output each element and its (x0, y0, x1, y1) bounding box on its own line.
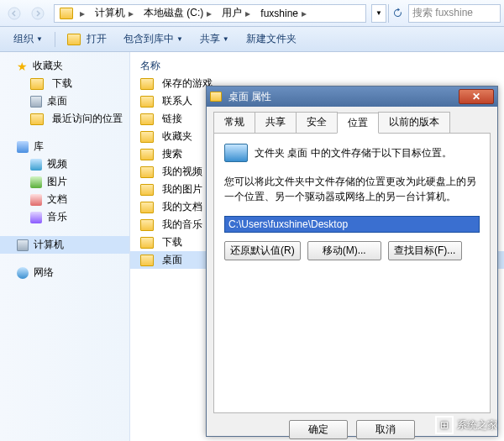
column-header-name[interactable]: 名称 (130, 57, 504, 75)
computer-icon (17, 239, 29, 251)
history-dropdown[interactable]: ▼ (371, 4, 386, 23)
dialog-tabs: 常规共享安全位置以前的版本 (207, 107, 497, 133)
folder-icon (140, 78, 154, 90)
folder-icon (140, 131, 154, 143)
refresh-button[interactable] (388, 4, 407, 23)
watermark: ⊞ 系统之家 (435, 416, 497, 434)
sidebar-favorites[interactable]: ★收藏夹 (0, 57, 129, 75)
breadcrumb[interactable]: ▸ 计算机▸ 本地磁盘 (C:)▸ 用户▸ fuxshine▸ (54, 4, 366, 23)
folder-icon (140, 166, 154, 178)
folder-icon (140, 202, 154, 213)
info-text-1: 文件夹 桌面 中的文件存储于以下目标位置。 (255, 146, 480, 160)
toolbar: 组织▼ 打开 包含到库中▼ 共享▼ 新建文件夹 (0, 27, 504, 52)
sidebar-item-downloads[interactable]: 下载 (0, 75, 129, 92)
sidebar-item-desktop[interactable]: 桌面 (0, 92, 129, 110)
folder-icon (140, 113, 154, 125)
svg-point-1 (32, 8, 44, 19)
tab-1[interactable]: 共享 (255, 112, 297, 133)
svg-point-0 (8, 8, 20, 19)
tab-location-panel: 文件夹 桌面 中的文件存储于以下目标位置。 您可以将此文件夹中文件存储的位置更改… (213, 133, 491, 413)
library-icon (17, 141, 29, 153)
move-button[interactable]: 移动(M)... (307, 241, 381, 260)
video-icon (30, 159, 42, 171)
include-library-button[interactable]: 包含到库中▼ (117, 29, 190, 49)
tab-3[interactable]: 位置 (337, 113, 379, 134)
dialog-title: 桌面 属性 (228, 90, 459, 104)
ok-button[interactable]: 确定 (289, 420, 348, 439)
sidebar: ★收藏夹 下载 桌面 最近访问的位置 库 视频 图片 文档 音乐 计算机 网络 (0, 52, 130, 441)
search-placeholder: 搜索 fuxshine (412, 6, 473, 20)
folder-icon (140, 237, 154, 249)
close-button[interactable]: ✕ (459, 89, 494, 104)
folder-icon (140, 184, 154, 196)
sidebar-computer[interactable]: 计算机 (0, 236, 129, 254)
cancel-button[interactable]: 取消 (356, 420, 415, 439)
share-button[interactable]: 共享▼ (193, 29, 236, 49)
watermark-logo-icon: ⊞ (435, 416, 454, 434)
folder-icon (140, 219, 154, 231)
newfolder-button[interactable]: 新建文件夹 (239, 29, 303, 49)
address-bar: ▸ 计算机▸ 本地磁盘 (C:)▸ 用户▸ fuxshine▸ ▼ 搜索 fux… (0, 0, 504, 27)
organize-button[interactable]: 组织▼ (7, 29, 50, 49)
open-button[interactable]: 打开 (60, 29, 113, 49)
tab-4[interactable]: 以前的版本 (378, 112, 450, 133)
music-icon (30, 212, 42, 223)
desktop-icon (30, 96, 42, 108)
folder-icon (140, 96, 154, 108)
document-icon (30, 194, 42, 206)
properties-dialog: 桌面 属性 ✕ 常规共享安全位置以前的版本 文件夹 桌面 中的文件存储于以下目标… (206, 86, 498, 437)
folder-icon (60, 8, 73, 19)
desktop-icon (224, 144, 248, 162)
folder-icon (67, 34, 81, 45)
info-text-2: 您可以将此文件夹中文件存储的位置更改为此硬盘上的另一个位置、另一个驱动器或网络上… (224, 174, 480, 204)
dialog-titlebar[interactable]: 桌面 属性 ✕ (207, 87, 497, 107)
refresh-icon (392, 8, 403, 18)
find-target-button[interactable]: 查找目标(F)... (388, 241, 462, 260)
chevron-down-icon: ▼ (375, 9, 382, 17)
network-icon (17, 267, 29, 279)
recent-icon (30, 113, 44, 125)
nav-back-button[interactable] (3, 3, 25, 24)
crumb-users[interactable]: 用户 (222, 6, 242, 20)
arrow-left-icon (8, 7, 21, 20)
crumb-user[interactable]: fuxshine (260, 8, 298, 19)
close-icon: ✕ (472, 91, 480, 102)
path-input[interactable] (224, 216, 480, 233)
sidebar-network[interactable]: 网络 (0, 264, 129, 281)
tab-0[interactable]: 常规 (213, 112, 255, 133)
arrow-right-icon (31, 7, 45, 20)
star-icon: ★ (17, 60, 28, 73)
sidebar-libraries[interactable]: 库 (0, 138, 129, 155)
folder-icon (140, 255, 154, 266)
folder-icon (140, 149, 154, 160)
sidebar-item-documents[interactable]: 文档 (0, 191, 129, 208)
sidebar-item-pictures[interactable]: 图片 (0, 173, 129, 191)
restore-default-button[interactable]: 还原默认值(R) (224, 241, 301, 260)
search-input[interactable]: 搜索 fuxshine (408, 4, 501, 23)
sidebar-item-music[interactable]: 音乐 (0, 208, 129, 226)
crumb-computer[interactable]: 计算机 (95, 6, 125, 20)
sidebar-item-videos[interactable]: 视频 (0, 155, 129, 173)
folder-icon (210, 92, 222, 102)
sidebar-item-recent[interactable]: 最近访问的位置 (0, 110, 129, 128)
picture-icon (30, 176, 42, 188)
tab-2[interactable]: 安全 (296, 112, 338, 133)
folder-icon (30, 78, 44, 90)
crumb-disk[interactable]: 本地磁盘 (C:) (144, 6, 203, 20)
nav-forward-button[interactable] (27, 3, 49, 24)
